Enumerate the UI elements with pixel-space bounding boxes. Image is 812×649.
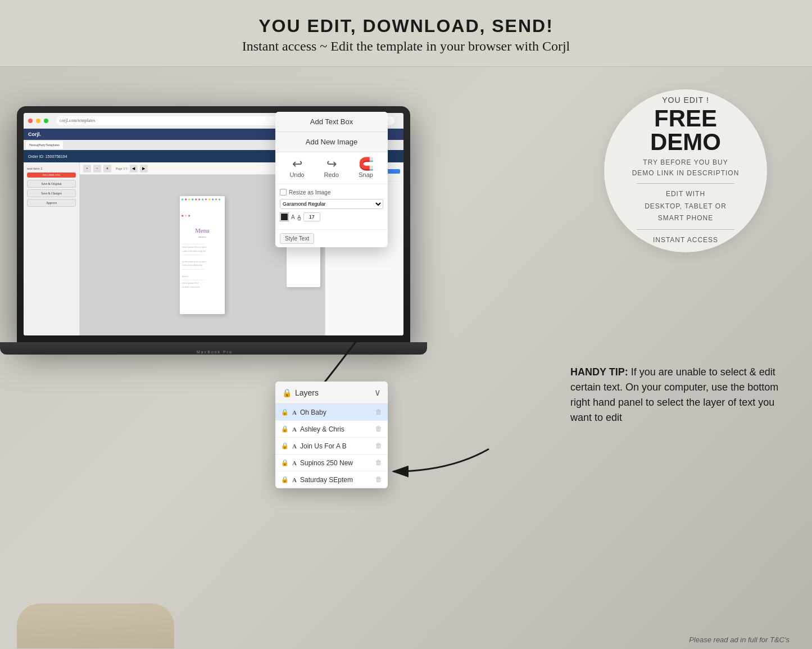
corjl-logo: Corjl. <box>28 131 41 137</box>
header-subtitle: Instant access ~ Edit the template in yo… <box>11 39 801 54</box>
divider-circle-1 <box>637 183 734 184</box>
next-btn[interactable]: ▶ <box>140 165 148 173</box>
star-4: ★ <box>191 197 194 213</box>
star-1: ★ <box>181 197 184 213</box>
undo-label: Undo <box>289 171 304 178</box>
layers-label: Layers <box>295 388 319 397</box>
divider-circle-2 <box>637 229 734 230</box>
size-input[interactable] <box>303 212 320 221</box>
panel-properties: Resize as Image Garamond Regular A A̲ <box>275 184 388 229</box>
sidebar-btn-2[interactable]: Save & Changes <box>27 189 76 197</box>
layer-row-4[interactable]: 🔒 A Supinos 250 New 🗑 <box>275 455 388 471</box>
undo-tool[interactable]: ↩ Undo <box>289 158 304 178</box>
layer-type-2: A <box>292 426 297 433</box>
layer-type-1: A <box>292 409 297 416</box>
star-13: ★ <box>181 214 184 229</box>
devices: DESKTOP, TABLET OR <box>645 202 727 210</box>
close-dot <box>28 119 33 123</box>
star-8: ✦ <box>205 197 207 213</box>
star-9: ★ <box>208 197 211 213</box>
redo-icon: ↪ <box>326 158 337 170</box>
layer-row-5[interactable]: 🔒 A Saturday SEptem 🗑 <box>275 471 388 488</box>
layer-delete-4[interactable]: 🗑 <box>375 459 382 467</box>
font-row: Garamond Regular <box>280 199 383 209</box>
card-title: Menu <box>180 227 225 234</box>
macbook-label: MacBook Pro <box>197 350 233 354</box>
card-subtitle: starters <box>180 235 225 238</box>
try-before: TRY BEFORE YOU BUY <box>643 158 728 166</box>
handy-tip: HANDY TIP: If you are unable to select &… <box>570 365 784 425</box>
star-11: ✦ <box>215 197 217 213</box>
demo-free-text: FREE <box>654 107 717 130</box>
sidebar-status: INCOMPLETE <box>27 173 76 178</box>
layer-type-3: A <box>292 443 297 450</box>
layer-row-2[interactable]: 🔒 A Ashley & Chris 🗑 <box>275 421 388 438</box>
max-dot <box>44 119 48 123</box>
star-6: ★ <box>198 197 201 213</box>
resize-label: Resize as Image <box>289 189 330 196</box>
star-12: ★ <box>218 197 221 213</box>
layer-name-2: Ashley & Chris <box>300 425 372 433</box>
layer-delete-2[interactable]: 🗑 <box>375 425 382 433</box>
layer-row-1[interactable]: 🔒 A Oh Baby 🗑 <box>275 404 388 421</box>
demo-you-edit: YOU EDIT ! <box>662 96 709 105</box>
layer-name-1: Oh Baby <box>300 409 372 416</box>
star-5: ★ <box>194 197 197 213</box>
sidebar-label: test item 1 <box>27 167 76 170</box>
layer-row-3[interactable]: 🔒 A Join Us For A B 🗑 <box>275 438 388 455</box>
layer-type-5: A <box>292 476 297 483</box>
floating-editor-panel: Add Text Box Add New Image ↩ Undo ↪ Redo… <box>275 112 388 247</box>
demo-circle: YOU EDIT ! FREE DEMO TRY BEFORE YOU BUY … <box>604 89 767 252</box>
redo-tool[interactable]: ↪ Redo <box>324 158 338 178</box>
color-swatch <box>281 214 288 220</box>
card-content: —————————— lorem ipsum dolor sit amet co… <box>182 242 223 289</box>
card-stars: ★ ★ ★ ★ ★ ★ ★ ✦ ★ ★ <box>180 196 225 230</box>
star-7: ★ <box>201 197 204 213</box>
page-indicator: Page 1/1 <box>116 167 128 170</box>
layer-type-4: A <box>292 460 297 466</box>
style-text-btn[interactable]: Style Text <box>280 233 314 244</box>
sidebar-btn-1[interactable]: Save & Original <box>27 180 76 188</box>
color-picker[interactable] <box>280 212 289 221</box>
star-15: ★ <box>188 214 190 229</box>
move-btn[interactable]: ⌖ <box>103 165 111 173</box>
layer-lock-1: 🔒 <box>281 409 289 416</box>
zoom-out-btn[interactable]: − <box>93 165 101 173</box>
min-dot <box>36 119 40 123</box>
layer-delete-5[interactable]: 🗑 <box>375 475 382 484</box>
chevron-down-icon[interactable]: ∨ <box>374 387 381 398</box>
font-select[interactable]: Garamond Regular <box>280 199 383 209</box>
star-14: ✦ <box>184 214 187 229</box>
snap-tool[interactable]: 🧲 Snap <box>359 158 374 178</box>
add-new-image-btn[interactable]: Add New Image <box>275 132 388 152</box>
layer-delete-3[interactable]: 🗑 <box>375 442 382 450</box>
sidebar-btn-3[interactable]: Approve <box>27 199 76 207</box>
header-title: YOU EDIT, DOWNLOAD, SEND! <box>11 16 801 37</box>
order-id-text: Order ID: 1500758194 <box>28 155 67 158</box>
demo-instant: INSTANT ACCESS <box>653 234 718 247</box>
edit-with: EDIT WITH <box>666 190 705 198</box>
layer-lock-4: 🔒 <box>281 459 289 466</box>
lock-icon: 🔒 <box>282 388 292 397</box>
smart-phone: SMART PHONE <box>658 214 714 222</box>
zoom-in-btn[interactable]: + <box>83 165 91 173</box>
redo-label: Redo <box>324 171 338 178</box>
add-text-box-btn[interactable]: Add Text Box <box>275 112 388 132</box>
handy-tip-label: HANDY TIP: <box>570 366 628 378</box>
layer-lock-3: 🔒 <box>281 442 289 450</box>
layer-lock-2: 🔒 <box>281 425 289 433</box>
layer-name-3: Join Us For A B <box>300 442 372 450</box>
star-10: ★ <box>211 197 214 213</box>
layer-delete-1[interactable]: 🗑 <box>375 408 382 416</box>
prev-btn[interactable]: ◀ <box>130 165 138 173</box>
tab-item[interactable]: NoorajPartyTemplates <box>26 141 63 149</box>
layers-panel-float: 🔒 Layers ∨ 🔒 A Oh Baby 🗑 🔒 A Ashley & Ch… <box>275 382 388 488</box>
resize-checkbox[interactable] <box>280 189 287 196</box>
demo-demo-text: DEMO <box>650 130 721 154</box>
hand-decoration <box>17 603 174 648</box>
style-row: Style Text <box>275 229 388 247</box>
size-label2: A̲ <box>297 214 301 220</box>
layer-name-5: Saturday SEptem <box>300 476 372 484</box>
demo-link: DEMO LINK IN DESCRIPTION <box>632 169 740 177</box>
header-banner: YOU EDIT, DOWNLOAD, SEND! Instant access… <box>0 0 812 67</box>
